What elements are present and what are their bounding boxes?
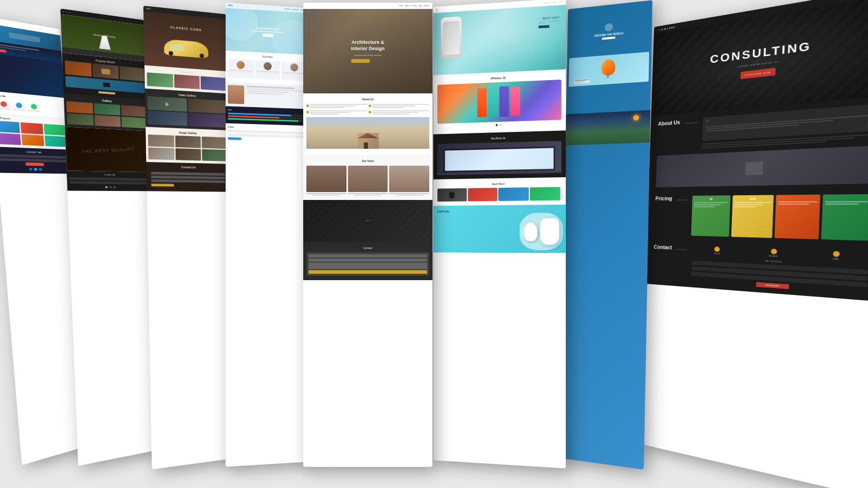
template-card-7[interactable]: TRAVEL AROUND THE WORLD [560,0,652,470]
card1-footer: CONTACT ME [0,147,71,174]
card6-hero-text: ← BEST GIFT "Creativity is just connecti… [538,16,560,28]
about-icon-3 [306,111,309,113]
team-photo-3 [389,166,429,192]
card7-landscape [566,110,651,146]
gallery-img [176,148,201,160]
card4-contact-btn[interactable] [228,137,242,140]
classic-cars-title: CLASSIC CARS [170,25,202,32]
nav-home[interactable]: Home [399,5,403,7]
nav-contact[interactable]: Contact [424,5,429,7]
about-icon-4 [369,111,371,113]
price-feature [735,204,764,205]
contact-send-btn[interactable]: SEND MESSAGE [756,282,789,289]
sun-icon [633,115,639,121]
card5-cta-btn[interactable] [351,59,370,63]
gallery-img [175,136,201,148]
video-item [148,111,187,126]
team-member-3 [389,166,429,196]
text-line [372,107,403,108]
card6-iphone12-section: iPhone 12 [433,69,566,134]
watch-item-3 [498,187,528,201]
food-image-2 [93,63,119,79]
nav-blog[interactable]: Blog [419,5,422,7]
icon-label [28,110,40,112]
price-value-pro: $299 [735,197,771,200]
twitter-icon [34,168,37,170]
nav-link-4[interactable]: Watch [558,1,562,3]
card7-balloon-img [568,52,649,87]
price-feature [825,204,859,205]
nav-link-1[interactable]: Store [544,2,547,4]
project-thumb [0,121,20,133]
pricing-divider [677,200,687,200]
card-wrapper-7: TRAVEL AROUND THE WORLD [560,0,652,470]
nav-dot [66,12,67,13]
send-message-text: SEND MESSAGE [765,284,779,287]
nav-pricing[interactable]: Pricing [411,5,416,7]
card3-image-grid [148,135,227,161]
card-wrapper-8: ● ■ ◆ LOGO CONSULTING LOREM IPSUM DOLOR … [640,0,868,488]
nav-link-2[interactable]: Mac [548,2,551,3]
about-us-label: About Us [658,120,680,127]
balloon [601,59,615,75]
card4-hero: Creative Business [226,8,308,55]
card8-contact-row: Contact PHONE ADDRESS [653,244,868,295]
card4-hero-btn[interactable] [262,33,273,37]
card4-profile-pic [228,85,244,104]
gallery-item [121,105,146,117]
gallery-item [94,103,120,115]
about-text-4 [372,110,429,115]
team-card-1 [228,59,254,79]
card6-watch-row [437,187,561,202]
card5-hero: Architecture &Interior Design Lorem ipsu… [303,9,432,93]
card1-send-btn[interactable] [25,162,44,166]
template-card-5[interactable]: Home About Pricing Blog Contact Architec… [303,3,432,467]
template-card-6[interactable]:  Store Mac iPhone Watch ← [433,0,566,468]
nav-link-3[interactable]: iPhone [553,1,557,3]
card3-video-gallery: Video Gallery [145,89,228,130]
nav-link [284,8,291,10]
macbook-title: MacBook Air [437,135,561,141]
template-card-4[interactable]: LOGO Creative Business [226,3,308,467]
card7-hero-title: AROUND THE WORLD [594,32,623,37]
icon-label [13,109,26,111]
contact-submit-btn[interactable] [308,270,427,274]
card4-team-cards [228,59,306,81]
contact-label: Contact [654,244,672,251]
card1-portfolio: My Projects [0,114,69,150]
card3-logo: CARS [146,7,150,10]
price-feature [735,202,771,203]
address-label: ADDRESS [746,254,803,259]
text-line [310,110,367,111]
team-photo-1 [306,166,346,192]
team-member-1 [306,166,346,196]
card4-contact: Contact [226,123,308,145]
card8-contact-form-area: PHONE ADDRESS EMAIL GET IN TOUCH [691,246,868,295]
project-thumb [45,136,66,147]
template-card-3[interactable]: CARS CLASSIC CARS Popular Cars [143,6,234,470]
about-item-2 [369,104,429,109]
team-avatar-1 [237,61,245,69]
card7-hero-icon [605,23,613,32]
contact-submit-btn[interactable] [151,184,174,187]
dot [109,186,111,188]
contact-input-message [308,263,427,269]
gallery-item [94,115,120,127]
dot-inactive [499,124,501,126]
card6-nav-links: Store Mac iPhone Watch [544,1,563,4]
contact-phone: PHONE [692,246,743,256]
card2-cta-btn[interactable] [98,91,115,95]
card3-contact-form [149,169,227,189]
email-label: EMAIL [805,256,868,262]
car-thumb-2 [174,74,200,89]
facebook-icon [28,168,32,170]
nav-about[interactable]: About [406,5,410,7]
card8-pricing-cards: $0 $299 [691,194,868,241]
price-card-pro: $299 [731,195,774,238]
contact-title: Contact Us [149,165,227,169]
apple-logo:  [436,8,437,12]
gallery-img [148,148,175,160]
template-card-8[interactable]: ● ■ ◆ LOGO CONSULTING LOREM IPSUM DOLOR … [640,0,868,488]
card4-skills-section: Skills [226,106,308,126]
card1-social-icons [0,167,68,171]
